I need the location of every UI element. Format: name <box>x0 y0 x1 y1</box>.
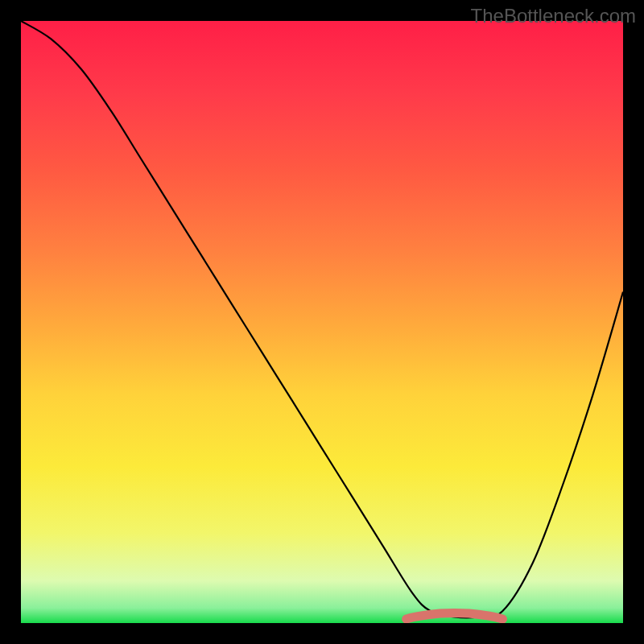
bottleneck-curve <box>21 21 623 617</box>
optimal-range-highlight <box>407 613 503 620</box>
plot-area <box>21 21 623 623</box>
watermark-text: TheBottleneck.com <box>471 5 636 27</box>
chart-svg <box>21 21 623 623</box>
